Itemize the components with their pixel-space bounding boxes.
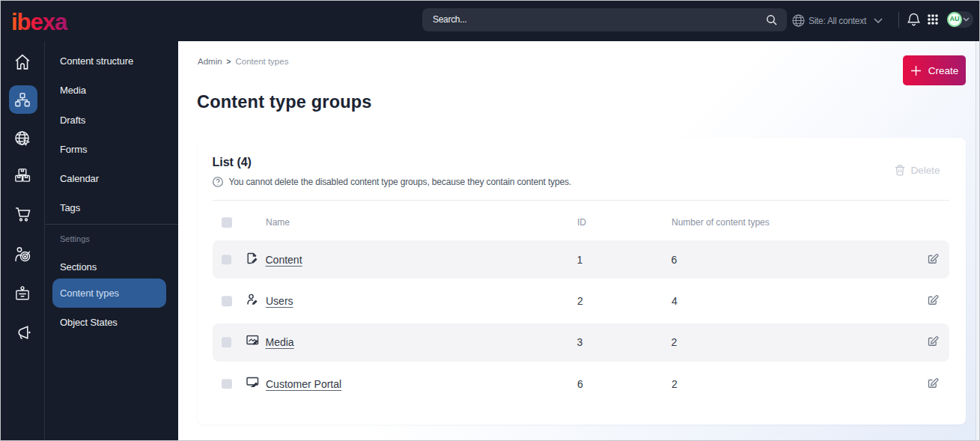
svg-text:ibexa: ibexa [13, 9, 68, 35]
